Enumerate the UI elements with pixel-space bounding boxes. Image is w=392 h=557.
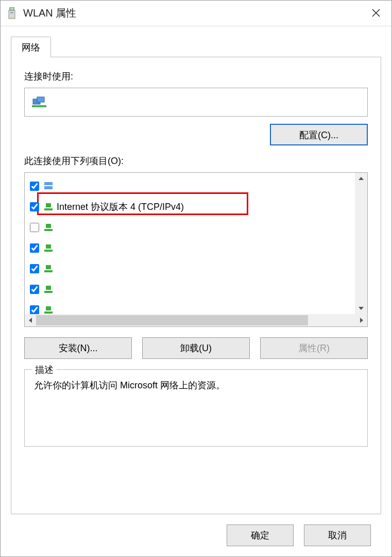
scroll-up-icon[interactable] <box>355 173 367 184</box>
horizontal-scrollbar[interactable] <box>25 314 367 326</box>
description-text: 允许你的计算机访问 Microsoft 网络上的资源。 <box>34 379 358 391</box>
tab-panel-network: 连接时使用: 配置(C)... 此连接使用下列项目(O): <box>11 57 381 514</box>
tabs: 网络 <box>11 37 381 57</box>
protocol-checkbox[interactable] <box>30 264 39 273</box>
scroll-right-icon[interactable] <box>356 315 367 326</box>
window-title: WLAN 属性 <box>23 6 366 20</box>
svg-rect-6 <box>37 97 44 102</box>
svg-rect-7 <box>32 105 46 107</box>
vertical-scrollbar[interactable] <box>355 173 367 314</box>
list-item[interactable] <box>28 279 355 300</box>
configure-row: 配置(C)... <box>24 124 368 145</box>
ok-button[interactable]: 确定 <box>227 525 294 546</box>
protocol-checkbox[interactable] <box>30 223 39 232</box>
svg-rect-1 <box>9 10 15 19</box>
svg-rect-9 <box>44 186 53 189</box>
svg-marker-12 <box>29 318 32 323</box>
cancel-button[interactable]: 取消 <box>304 525 371 546</box>
svg-rect-2 <box>10 12 13 13</box>
protocol-checkbox[interactable] <box>30 243 39 253</box>
list-area: Internet 协议版本 4 (TCP/IPv4) <box>25 173 355 314</box>
protocol-icon <box>44 286 53 293</box>
configure-button[interactable]: 配置(C)... <box>270 124 368 145</box>
svg-marker-13 <box>360 318 363 323</box>
protocol-icon <box>44 244 53 252</box>
protocol-icon <box>44 224 53 231</box>
list-item[interactable] <box>28 176 355 196</box>
wlan-properties-dialog: WLAN 属性 网络 连接时使用: <box>0 0 392 557</box>
hscroll-track[interactable] <box>36 314 356 326</box>
properties-button[interactable]: 属性(R) <box>260 337 368 359</box>
install-uninstall-row: 安装(N)... 卸载(U) 属性(R) <box>24 337 368 359</box>
items-label: 此连接使用下列项目(O): <box>24 155 368 167</box>
protocol-checkbox[interactable] <box>30 182 39 191</box>
svg-marker-11 <box>359 307 364 310</box>
close-icon[interactable] <box>366 6 386 21</box>
svg-rect-0 <box>10 7 14 10</box>
hscroll-thumb[interactable] <box>36 315 308 325</box>
connect-using-label: 连接时使用: <box>24 70 368 83</box>
scroll-left-icon[interactable] <box>25 315 36 326</box>
protocol-icon <box>44 265 53 272</box>
protocol-listbox[interactable]: Internet 协议版本 4 (TCP/IPv4) <box>24 172 368 327</box>
adapter-display <box>24 88 368 117</box>
protocol-icon <box>44 306 53 314</box>
adapter-icon <box>6 7 18 20</box>
protocol-icon <box>44 203 53 210</box>
install-button[interactable]: 安装(N)... <box>24 337 132 359</box>
list-item[interactable] <box>28 217 355 238</box>
protocol-checkbox[interactable] <box>30 285 39 294</box>
list-item[interactable] <box>28 238 355 258</box>
network-adapter-icon <box>32 96 46 108</box>
protocol-icon <box>44 181 53 192</box>
dialog-button-row: 确定 取消 <box>11 514 381 556</box>
protocol-checkbox[interactable] <box>30 305 39 314</box>
protocol-label: Internet 协议版本 4 (TCP/IPv4) <box>57 201 184 213</box>
svg-marker-10 <box>359 177 364 180</box>
list-item[interactable] <box>28 258 355 279</box>
tab-network[interactable]: 网络 <box>11 37 51 57</box>
description-legend: 描述 <box>32 364 57 376</box>
description-group: 描述 允许你的计算机访问 Microsoft 网络上的资源。 <box>24 369 368 447</box>
list-item[interactable]: Internet 协议版本 4 (TCP/IPv4) <box>28 196 355 217</box>
uninstall-button[interactable]: 卸载(U) <box>142 337 250 359</box>
titlebar: WLAN 属性 <box>1 1 391 26</box>
scroll-down-icon[interactable] <box>355 303 367 314</box>
protocol-checkbox[interactable] <box>30 202 39 211</box>
list-item[interactable] <box>28 300 355 314</box>
svg-rect-8 <box>44 182 53 185</box>
dialog-content: 网络 连接时使用: 配置(C)... 此连接使用下列项目(O): <box>1 26 391 556</box>
